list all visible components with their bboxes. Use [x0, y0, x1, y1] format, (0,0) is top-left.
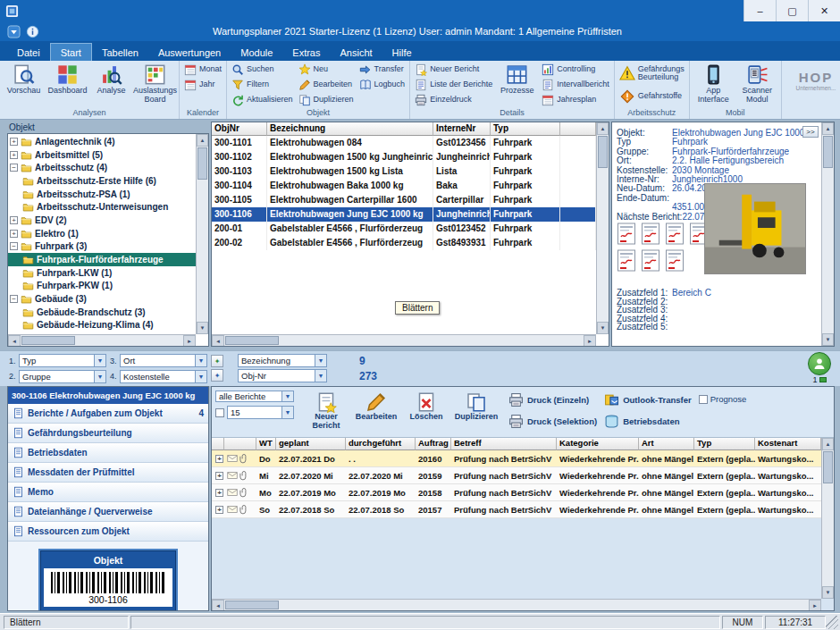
button-duplizieren[interactable]: Duplizieren [451, 391, 501, 431]
button-druck-selektion[interactable]: Druck (Selektion) [508, 412, 597, 430]
tree-item-fuhrpark-flurförderfahrzeuge[interactable]: Fuhrpark-Flurförderfahrzeuge [8, 253, 196, 266]
report-document-icon[interactable] [617, 249, 636, 272]
tree-expander-icon[interactable]: − [10, 164, 18, 172]
scrollbar-thumb[interactable] [823, 136, 833, 168]
table-row[interactable]: 300-1102Elektrohubwagen 1500 kg Junghein… [212, 150, 596, 164]
ribbon-button-app-interface[interactable]: App Interface [692, 62, 735, 105]
scroll-down-button[interactable]: ▼ [597, 322, 609, 334]
tree-expander-icon[interactable]: − [10, 295, 18, 303]
tree-item-arbeitsschutz-4[interactable]: −Arbeitsschutz (4) [8, 161, 196, 174]
tab-extras[interactable]: Extras [282, 44, 330, 61]
nav-item-betriebsdaten[interactable]: Betriebsdaten [8, 443, 208, 463]
ribbon-button-jahresplan[interactable]: Jahresplan [539, 92, 612, 107]
ribbon-button-dashboard[interactable]: Dashboard [46, 62, 89, 96]
filter-gruppe-combo[interactable]: Gruppe▼ [19, 370, 106, 383]
scrollbar-thumb[interactable] [225, 601, 279, 609]
column-header-bezeichnung[interactable]: Bezeichnung [267, 122, 433, 136]
scroll-left-button[interactable]: ◄ [8, 335, 21, 347]
scroll-up-button[interactable]: ▲ [822, 438, 834, 450]
row-expander[interactable]: + [212, 467, 224, 483]
filter-typ-combo[interactable]: Typ▼ [19, 354, 106, 367]
ribbon-button-suchen[interactable]: Suchen [229, 62, 296, 77]
expand-details-button[interactable]: >> [802, 126, 819, 138]
limit-checkbox[interactable] [215, 408, 224, 417]
table-row[interactable]: 300-1103Elektrohubwagen 1500 kg ListaLis… [212, 164, 596, 179]
ribbon-button-logbuch[interactable]: Logbuch [357, 77, 408, 92]
tab-start[interactable]: Start [50, 43, 92, 61]
ribbon-button-analyse[interactable]: Analyse [89, 62, 133, 96]
report-document-icon[interactable] [641, 223, 660, 245]
filter-ort-combo[interactable]: Ort▼ [120, 354, 207, 367]
ribbon-button-auslastungs-board[interactable]: Auslastungs Board [133, 62, 177, 105]
filter-reset-button[interactable]: ✦ [211, 369, 223, 382]
ribbon-button-neuer-bericht[interactable]: Neuer Bericht [412, 62, 495, 77]
report-row[interactable]: +Mi22.07.2020 Mi22.07.2020 Mi20159Prüfun… [212, 467, 821, 484]
report-document-icon[interactable] [665, 249, 685, 272]
plus-expander-icon[interactable]: + [215, 506, 223, 514]
scroll-right-button[interactable]: ► [584, 335, 596, 347]
column-header-typ[interactable]: Typ [491, 122, 560, 136]
object-list-vertical-scrollbar[interactable]: ▲ ▼ [596, 122, 609, 334]
button-betriebsdaten[interactable]: Betriebsdaten [604, 412, 692, 430]
scroll-down-button[interactable]: ▼ [197, 322, 208, 334]
button-bearbeiten[interactable]: Bearbeiten [351, 391, 401, 431]
ribbon-button-vorschau[interactable]: Vorschau [2, 62, 46, 96]
ribbon-button-einzeldruck[interactable]: Einzeldruck [412, 92, 495, 107]
minimize-button[interactable]: – [743, 0, 776, 21]
report-row[interactable]: +Mo22.07.2019 Mo22.07.2019 Mo20158Prüfun… [212, 484, 821, 501]
report-column-header-icons[interactable] [212, 438, 224, 450]
tree-expander-icon[interactable]: + [10, 138, 18, 146]
nav-item-gefährdungsbeurteilung[interactable]: Gefährdungsbeurteilung [8, 424, 208, 443]
prognose-checkbox[interactable] [699, 395, 708, 404]
info-icon[interactable] [26, 25, 39, 38]
report-column-header-kostenart[interactable]: Kostenart [755, 438, 821, 450]
report-column-header-typ[interactable]: Typ [694, 438, 755, 450]
report-document-icon[interactable] [665, 223, 685, 245]
report-column-header-wt[interactable]: WT [256, 438, 276, 450]
reports-horizontal-scrollbar[interactable]: ◄ ► [212, 599, 821, 610]
scrollbar-thumb[interactable] [225, 336, 279, 345]
tree-expander-icon[interactable]: + [10, 230, 18, 238]
nav-item-ressourcen-zum-objekt[interactable]: Ressourcen zum Objekt [8, 522, 208, 542]
ribbon-button-bearbeiten[interactable]: Bearbeiten [296, 77, 357, 92]
ribbon-button-scanner-modul[interactable]: Scanner Modul [735, 62, 779, 105]
table-row[interactable]: 200-01Gabelstabler E4566 , Flurförderzeu… [212, 222, 596, 236]
scroll-down-button[interactable]: ▼ [822, 333, 834, 346]
tree-item-fuhrpark-lkw-1[interactable]: Fuhrpark-LKW (1) [8, 266, 196, 280]
button-outlook-transfer[interactable]: Outlook-Transfer [604, 391, 692, 408]
tree-expander-icon[interactable]: + [10, 151, 18, 159]
column-header-filler[interactable] [560, 122, 596, 136]
scroll-left-button[interactable]: ◄ [212, 600, 224, 611]
row-expander[interactable]: + [212, 450, 224, 466]
column-header-internenr[interactable]: InterneNr [433, 122, 491, 136]
report-column-header-geplant[interactable]: geplant [276, 438, 346, 450]
ribbon-button-controlling[interactable]: Controlling [539, 62, 612, 77]
tree-item-arbeitsschutz-unterweisungen[interactable]: Arbeitsschutz-Unterweisungen [8, 200, 196, 214]
plus-expander-icon[interactable]: + [215, 455, 223, 463]
tab-datei[interactable]: Datei [7, 44, 50, 61]
report-document-icon[interactable] [641, 249, 660, 272]
ribbon-button-transfer[interactable]: Transfer [357, 62, 408, 77]
table-row[interactable]: 300-1105Elektrohubwagen Carterpillar 160… [212, 193, 596, 207]
plus-expander-icon[interactable]: + [215, 489, 223, 497]
ribbon-button-gefährdungs-beurteilung[interactable]: Gefährdungs Beurteilung [617, 62, 687, 85]
ribbon-button-intervallbericht[interactable]: Intervallbericht [539, 77, 612, 92]
scrollbar-thumb[interactable] [197, 147, 207, 180]
quick-access-dropdown-icon[interactable] [7, 25, 21, 38]
row-expander[interactable]: + [212, 484, 224, 500]
report-column-header-art[interactable]: Art [639, 438, 694, 450]
nav-item-dateianhänge-querverweise[interactable]: Dateianhänge / Querverweise [8, 502, 208, 522]
tab-tabellen[interactable]: Tabellen [92, 44, 148, 61]
object-photo[interactable] [704, 183, 806, 274]
button-löschen[interactable]: Löschen [401, 391, 451, 431]
ribbon-button-monat[interactable]: Monat [181, 62, 224, 77]
details-vertical-scrollbar[interactable]: ▲ ▼ [821, 122, 834, 346]
ribbon-button-neu[interactable]: Neu [296, 62, 357, 77]
tree-item-anlagentechnik-4[interactable]: +Anlagentechnik (4) [8, 135, 196, 148]
report-document-icon[interactable] [617, 223, 636, 245]
tree-item-gebäude-heizung-klima-4[interactable]: Gebäude-Heizung-Klima (4) [8, 319, 196, 332]
tree-item-fuhrpark-3[interactable]: −Fuhrpark (3) [8, 240, 196, 254]
ribbon-button-duplizieren[interactable]: Duplizieren [296, 92, 357, 107]
table-row[interactable]: 300-1104Elektrohubwagen Baka 1000 kgBaka… [212, 179, 596, 193]
table-row[interactable]: 200-02Gabelstabler E4566 , Flurförderzeu… [212, 236, 596, 250]
